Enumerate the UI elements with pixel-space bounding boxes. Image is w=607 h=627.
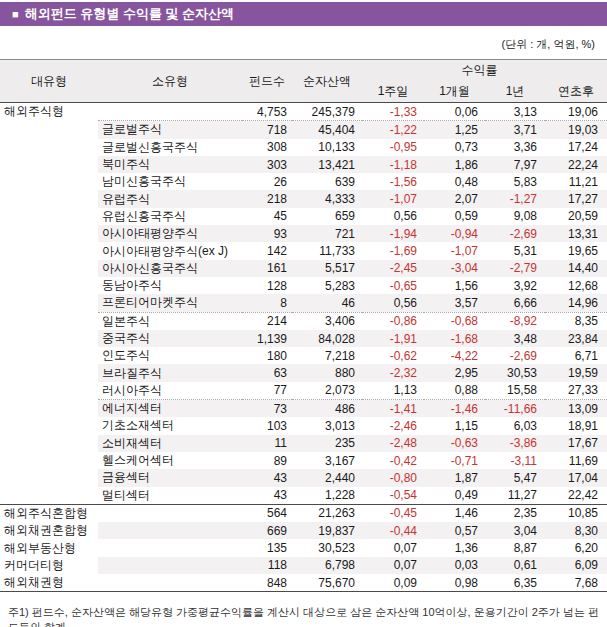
cell-return-1month: 1,15 <box>424 417 485 434</box>
table-row: 중국주식1,13984,028-1,91-1,683,4823,84 <box>0 330 607 347</box>
cell-return-ytd: 11,21 <box>545 173 607 190</box>
cell-minor-type: 헬스케어섹터 <box>98 452 242 469</box>
table-row: 금융섹터432,440-0,801,875,4717,04 <box>0 469 607 486</box>
cell-fund-count: 161 <box>242 260 292 277</box>
cell-fund-count: 45 <box>242 208 292 225</box>
cell-major-type: 커머더티형 <box>0 557 98 574</box>
cell-major-type <box>0 330 98 347</box>
cell-return-1year: 5,31 <box>485 242 545 259</box>
cell-minor-type: 동남아주식 <box>98 277 242 294</box>
cell-return-1week: -0,42 <box>362 452 424 469</box>
cell-fund-count: 218 <box>242 190 292 207</box>
cell-return-1year: 2,35 <box>485 504 545 522</box>
cell-return-1week: -1,94 <box>362 225 424 242</box>
cell-return-1year: 11,27 <box>485 487 545 505</box>
cell-net-assets: 46 <box>292 294 362 312</box>
cell-fund-count: 93 <box>242 225 292 242</box>
cell-return-ytd: 6,71 <box>545 347 607 364</box>
cell-net-assets: 21,263 <box>292 504 362 522</box>
cell-net-assets: 75,670 <box>292 574 362 592</box>
cell-return-1year: 30,53 <box>485 364 545 381</box>
table-row: 아시아태평양주식93721-1,94-0,94-2,6913,31 <box>0 225 607 242</box>
cell-fund-count: 43 <box>242 469 292 486</box>
cell-return-1month: 2,95 <box>424 364 485 381</box>
cell-return-1week: -1,18 <box>362 156 424 173</box>
cell-return-1week: -0,80 <box>362 469 424 486</box>
cell-return-1month: 1,46 <box>424 504 485 522</box>
cell-return-1year: 3,48 <box>485 330 545 347</box>
cell-return-1month: 1,86 <box>424 156 485 173</box>
cell-return-1year: -8,92 <box>485 312 545 330</box>
footnote: 주1) 펀드수, 순자산액은 해당유형 가중평균수익률을 계산시 대상으로 삼은… <box>0 605 607 627</box>
cell-minor-type: 북미주식 <box>98 156 242 173</box>
cell-return-1year: 3,92 <box>485 277 545 294</box>
cell-fund-count: 669 <box>242 522 292 539</box>
cell-minor-type <box>98 557 242 574</box>
cell-major-type <box>0 347 98 364</box>
cell-return-1month: -1,46 <box>424 400 485 418</box>
cell-return-ytd: 27,33 <box>545 382 607 400</box>
cell-return-ytd: 19,03 <box>545 121 607 139</box>
cell-major-type <box>0 190 98 207</box>
table-row: 유럽신흥국주식456590,560,599,0820,59 <box>0 208 607 225</box>
cell-minor-type: 멀티섹터 <box>98 487 242 505</box>
col-header-fund-count: 펀드수 <box>242 60 292 103</box>
cell-net-assets: 2,440 <box>292 469 362 486</box>
table-header: 대유형 소유형 펀드수 순자산액 수익률 1주일 1개월 1년 연초후 <box>0 60 607 103</box>
cell-return-ytd: 12,68 <box>545 277 607 294</box>
table-row: 해외채권형84875,6700,090,986,357,68 <box>0 574 607 592</box>
cell-major-type: 해외채권혼합형 <box>0 522 98 539</box>
cell-major-type <box>0 139 98 156</box>
cell-major-type <box>0 121 98 139</box>
cell-return-ytd: 6,09 <box>545 557 607 574</box>
table-row: 해외주식혼합형56421,263-0,451,462,3510,85 <box>0 504 607 522</box>
cell-return-ytd: 10,85 <box>545 504 607 522</box>
cell-return-1week: -1,56 <box>362 173 424 190</box>
cell-fund-count: 43 <box>242 487 292 505</box>
cell-fund-count: 142 <box>242 242 292 259</box>
cell-return-1month: 1,25 <box>424 121 485 139</box>
cell-return-1week: -2,45 <box>362 260 424 277</box>
cell-minor-type: 남미신흥국주식 <box>98 173 242 190</box>
cell-net-assets: 19,837 <box>292 522 362 539</box>
cell-fund-count: 8 <box>242 294 292 312</box>
cell-major-type: 해외주식형 <box>0 103 98 121</box>
cell-return-1week: -2,32 <box>362 364 424 381</box>
cell-return-ytd: 19,59 <box>545 364 607 381</box>
cell-net-assets: 3,167 <box>292 452 362 469</box>
table-row: 글로벌주식71845,404-1,221,253,7119,03 <box>0 121 607 139</box>
cell-fund-count: 63 <box>242 364 292 381</box>
table-row: 인도주식1807,218-0,62-4,22-2,696,71 <box>0 347 607 364</box>
page-title: 해외펀드 유형별 수익률 및 순자산액 <box>25 5 234 23</box>
cell-return-1week: -1,69 <box>362 242 424 259</box>
cell-major-type <box>0 225 98 242</box>
cell-return-1week: -2,48 <box>362 435 424 452</box>
cell-return-1week: 0,07 <box>362 539 424 556</box>
cell-minor-type: 금융섹터 <box>98 469 242 486</box>
table-row: 기초소재섹터1033,013-2,461,156,0318,91 <box>0 417 607 434</box>
cell-minor-type: 러시아주식 <box>98 382 242 400</box>
table-row: 유럽주식2184,333-1,072,07-1,2717,27 <box>0 190 607 207</box>
cell-return-1month: 0,49 <box>424 487 485 505</box>
cell-return-ytd: 17,24 <box>545 139 607 156</box>
cell-major-type <box>0 364 98 381</box>
table-row: 동남아주식1285,283-0,651,563,9212,68 <box>0 277 607 294</box>
cell-net-assets: 30,523 <box>292 539 362 556</box>
cell-net-assets: 639 <box>292 173 362 190</box>
cell-major-type <box>0 435 98 452</box>
cell-return-ytd: 19,06 <box>545 103 607 121</box>
cell-return-1month: 0,57 <box>424 522 485 539</box>
cell-minor-type: 유럽주식 <box>98 190 242 207</box>
cell-return-ytd: 17,04 <box>545 469 607 486</box>
col-header-return-1year: 1년 <box>485 81 545 103</box>
cell-return-ytd: 13,31 <box>545 225 607 242</box>
cell-return-1week: -0,65 <box>362 277 424 294</box>
cell-return-ytd: 11,69 <box>545 452 607 469</box>
cell-return-1month: 1,36 <box>424 539 485 556</box>
cell-return-1month: 2,07 <box>424 190 485 207</box>
cell-net-assets: 3,013 <box>292 417 362 434</box>
cell-return-ytd: 13,09 <box>545 400 607 418</box>
table-row: 커머더티형1186,7980,070,030,616,09 <box>0 557 607 574</box>
cell-net-assets: 1,228 <box>292 487 362 505</box>
cell-return-1week: -0,86 <box>362 312 424 330</box>
